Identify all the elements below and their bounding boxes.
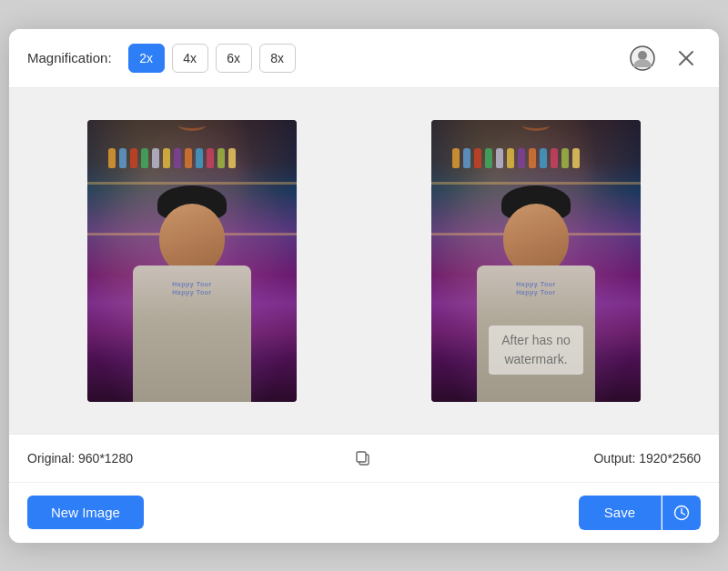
header: Magnification: 2x 4x 6x 8x xyxy=(9,29,719,88)
copy-size-button[interactable] xyxy=(349,444,378,473)
output-image: Happy TourHappy Tour After has no waterm… xyxy=(431,120,641,402)
shelf-line-1 xyxy=(87,182,297,185)
close-icon xyxy=(678,50,694,66)
mag-button-6x[interactable]: 6x xyxy=(216,44,252,73)
bottles-area xyxy=(108,148,276,168)
history-icon xyxy=(673,505,690,521)
magnification-buttons: 2x 4x 6x 8x xyxy=(128,44,296,73)
magnification-label: Magnification: xyxy=(27,50,112,65)
bottle xyxy=(174,148,181,168)
save-history-button[interactable] xyxy=(662,496,701,530)
info-bar: Original: 960*1280 Output: 1920*2560 xyxy=(9,434,719,482)
bottle xyxy=(551,148,558,168)
head-right xyxy=(503,204,569,275)
bottle xyxy=(130,148,137,168)
bottles-area-right xyxy=(452,148,620,168)
user-icon-button[interactable] xyxy=(626,42,659,75)
hoodie-right: Happy TourHappy Tour xyxy=(477,265,595,402)
head xyxy=(159,204,225,275)
bottle xyxy=(185,148,192,168)
mag-button-8x[interactable]: 8x xyxy=(259,44,296,73)
mag-button-4x[interactable]: 4x xyxy=(172,44,208,73)
original-size-label: Original: 960*1280 xyxy=(27,451,133,466)
bottle xyxy=(529,148,536,168)
bottle xyxy=(572,148,580,168)
bottle xyxy=(228,148,236,168)
new-image-button[interactable]: New Image xyxy=(27,496,144,529)
smile-right xyxy=(522,120,550,131)
bottle xyxy=(207,148,214,168)
photo-background: Happy TourHappy Tour xyxy=(87,120,297,402)
svg-rect-5 xyxy=(357,452,366,462)
original-panel: Happy TourHappy Tour xyxy=(25,105,359,417)
bottle xyxy=(463,148,470,168)
shelf-line-r1 xyxy=(431,182,641,185)
output-panel: Happy TourHappy Tour After has no waterm… xyxy=(369,105,703,417)
bottle xyxy=(485,148,492,168)
app-window: Magnification: 2x 4x 6x 8x xyxy=(9,29,719,543)
copy-icon xyxy=(355,450,371,466)
original-image: Happy TourHappy Tour xyxy=(87,120,297,402)
bottle xyxy=(108,148,116,168)
save-group: Save xyxy=(579,496,701,530)
bottle xyxy=(474,148,481,168)
bottle xyxy=(561,148,569,168)
hoodie-text: Happy TourHappy Tour xyxy=(172,280,211,296)
svg-line-8 xyxy=(682,513,685,515)
smile xyxy=(178,120,206,131)
bottle xyxy=(452,148,460,168)
close-button[interactable] xyxy=(672,44,701,73)
output-size-label: Output: 1920*2560 xyxy=(593,451,701,466)
bottle xyxy=(141,148,148,168)
preview-area: Happy TourHappy Tour xyxy=(9,88,719,434)
hoodie: Happy TourHappy Tour xyxy=(133,265,251,402)
mag-button-2x[interactable]: 2x xyxy=(128,44,165,73)
save-button[interactable]: Save xyxy=(579,496,662,530)
hoodie-text-right: Happy TourHappy Tour xyxy=(516,280,555,296)
user-icon xyxy=(630,45,655,71)
footer: New Image Save xyxy=(9,482,719,543)
bottle xyxy=(518,148,525,168)
bottle xyxy=(152,148,159,168)
bottle xyxy=(217,148,225,168)
photo-background-right: Happy TourHappy Tour xyxy=(431,120,641,402)
bottle xyxy=(540,148,547,168)
bottle xyxy=(119,148,126,168)
bottle xyxy=(496,148,503,168)
bottle xyxy=(196,148,203,168)
bottle xyxy=(507,148,514,168)
svg-point-1 xyxy=(638,51,647,60)
bottle xyxy=(163,148,170,168)
